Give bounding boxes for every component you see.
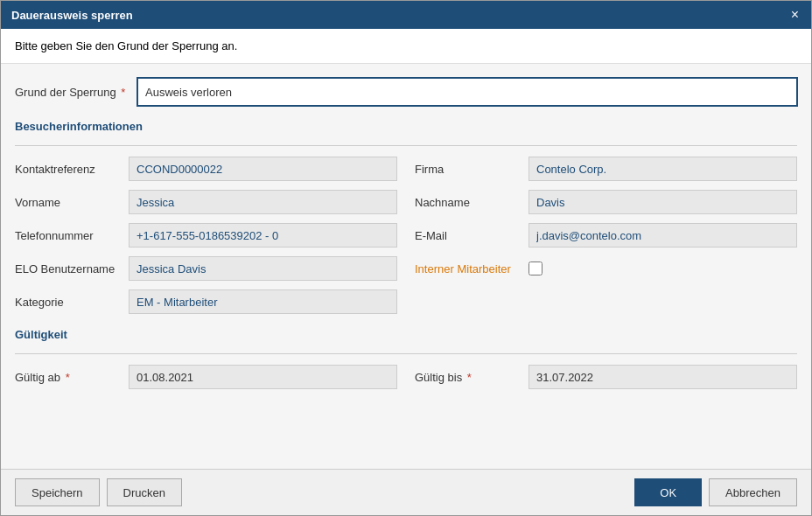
footer-right-buttons: OK Abbrechen xyxy=(634,478,797,506)
gueltig-bis-item: Gültig bis * xyxy=(415,365,797,389)
telefon-input xyxy=(129,223,397,248)
gueltig-ab-item: Gültig ab * xyxy=(15,365,397,389)
gueltig-ab-label: Gültig ab * xyxy=(15,371,129,384)
firma-item: Firma xyxy=(415,157,797,181)
gueltig-bis-input xyxy=(528,365,797,389)
cancel-button[interactable]: Abbrechen xyxy=(709,478,797,506)
gueltigkeit-divider xyxy=(15,353,797,354)
vorname-label: Vorname xyxy=(15,196,129,209)
besucher-section-header: Besucherinformationen xyxy=(15,120,797,136)
kategorie-item: Kategorie xyxy=(15,289,397,314)
email-label: E-Mail xyxy=(415,229,528,242)
besucher-grid: Kontaktreferenz Firma Vorname Nachname T… xyxy=(15,157,797,314)
email-item: E-Mail xyxy=(415,223,797,248)
gueltig-ab-input xyxy=(129,365,397,389)
grund-row: Grund der Sperrung * xyxy=(15,78,797,106)
nachname-label: Nachname xyxy=(415,196,528,209)
gueltig-bis-label: Gültig bis * xyxy=(415,371,528,384)
vorname-input xyxy=(129,190,397,214)
elo-item: ELO Benutzername xyxy=(15,256,397,281)
kategorie-empty xyxy=(415,289,797,314)
vorname-item: Vorname xyxy=(15,190,397,214)
dialog-title: Dauerausweis sperren xyxy=(11,9,133,22)
kontaktreferenz-label: Kontaktreferenz xyxy=(15,163,129,176)
ok-button[interactable]: OK xyxy=(634,478,702,506)
gueltigkeit-grid: Gültig ab * Gültig bis * xyxy=(15,365,797,389)
dialog-dauerausweis-sperren: Dauerausweis sperren × Bitte geben Sie d… xyxy=(0,0,812,516)
firma-label: Firma xyxy=(415,163,528,176)
elo-input xyxy=(129,256,397,281)
intern-checkbox-wrapper xyxy=(528,256,542,281)
title-bar: Dauerausweis sperren × xyxy=(1,1,811,29)
dialog-content: Grund der Sperrung * Besucherinformation… xyxy=(1,64,811,469)
footer-left-buttons: Speichern Drucken xyxy=(15,478,182,506)
telefon-item: Telefonnummer xyxy=(15,223,397,248)
save-button[interactable]: Speichern xyxy=(15,478,100,506)
dialog-subtitle: Bitte geben Sie den Grund der Sperrung a… xyxy=(1,29,811,64)
firma-input xyxy=(528,157,797,181)
besucher-divider xyxy=(15,145,797,146)
elo-label: ELO Benutzername xyxy=(15,262,129,275)
grund-label: Grund der Sperrung * xyxy=(15,86,137,99)
kategorie-input xyxy=(129,289,397,314)
nachname-input xyxy=(528,190,797,214)
intern-item: Interner Mitarbeiter xyxy=(415,256,797,281)
close-button[interactable]: × xyxy=(789,8,801,22)
dialog-footer: Speichern Drucken OK Abbrechen xyxy=(1,469,811,515)
grund-input[interactable] xyxy=(137,78,797,106)
kategorie-label: Kategorie xyxy=(15,296,129,309)
kontaktreferenz-input xyxy=(129,157,397,181)
kontaktreferenz-item: Kontaktreferenz xyxy=(15,157,397,181)
required-star: * xyxy=(118,86,126,99)
intern-checkbox[interactable] xyxy=(528,261,542,275)
gueltigkeit-section-header: Gültigkeit xyxy=(15,328,797,345)
print-button[interactable]: Drucken xyxy=(107,478,182,506)
nachname-item: Nachname xyxy=(415,190,797,214)
intern-label: Interner Mitarbeiter xyxy=(415,262,528,275)
telefon-label: Telefonnummer xyxy=(15,229,129,242)
email-input xyxy=(528,223,797,248)
